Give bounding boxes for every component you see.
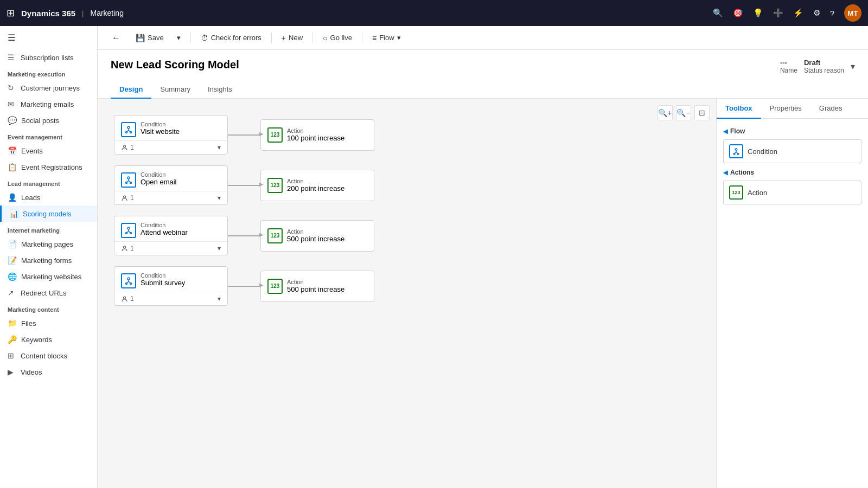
sidebar-item-files[interactable]: 📁 Files xyxy=(0,315,97,331)
sidebar-item-label: Marketing pages xyxy=(21,240,73,248)
sidebar-item-label: Marketing emails xyxy=(21,100,74,108)
condition-chevron-icon[interactable]: ▾ xyxy=(218,245,221,252)
sidebar-item-content-blocks[interactable]: ⊞ Content blocks xyxy=(0,348,97,364)
page-title: New Lead Scoring Model xyxy=(111,59,239,71)
connector xyxy=(228,185,260,186)
sidebar-item-marketing-forms[interactable]: 📝 Marketing forms xyxy=(0,252,97,268)
sidebar-item-scoring-models[interactable]: 📊 Scoring models xyxy=(0,206,97,222)
sidebar-item-label: Event Registrations xyxy=(21,163,82,171)
sidebar: ☰ ☰ Subscription lists Marketing executi… xyxy=(0,26,98,488)
flow-row: Condition Visit website 1 ▾ xyxy=(114,115,700,155)
sidebar-item-marketing-websites[interactable]: 🌐 Marketing websites xyxy=(0,268,97,285)
condition-card-header: Condition Submit survey xyxy=(114,267,227,292)
new-button[interactable]: + New xyxy=(276,31,308,45)
condition-card-open-email[interactable]: Condition Open email 1 ▾ xyxy=(114,165,228,205)
zoom-out-button[interactable]: 🔍− xyxy=(676,105,691,120)
sidebar-item-event-registrations[interactable]: 📋 Event Registrations xyxy=(0,159,97,175)
tab-properties[interactable]: Properties xyxy=(761,99,810,119)
apps-icon[interactable]: ⊞ xyxy=(7,7,15,19)
action-type-label: Action xyxy=(287,228,344,235)
action-icon: 123 xyxy=(267,178,283,193)
event-registrations-icon: 📋 xyxy=(8,163,17,171)
condition-text: Condition Attend webinar xyxy=(141,222,188,236)
toolbox-item-action[interactable]: 123 Action xyxy=(723,181,861,204)
condition-chevron-icon[interactable]: ▾ xyxy=(218,144,221,151)
tab-insights[interactable]: Insights xyxy=(199,81,241,99)
sidebar-section-event-management: Event management xyxy=(0,129,97,143)
fit-button[interactable]: ⊡ xyxy=(694,105,710,120)
zoom-in-button[interactable]: 🔍+ xyxy=(658,105,673,120)
canvas[interactable]: 🔍+ 🔍− ⊡ xyxy=(98,99,716,488)
tab-grades[interactable]: Grades xyxy=(810,99,851,119)
sidebar-item-customer-journeys[interactable]: ↻ Customer journeys xyxy=(0,80,97,96)
sidebar-item-videos[interactable]: ▶ Videos xyxy=(0,364,97,380)
save-dropdown-button[interactable]: ▾ xyxy=(171,31,186,44)
avatar[interactable]: MT xyxy=(844,4,861,22)
sidebar-item-label: Social posts xyxy=(21,117,59,125)
target-icon[interactable]: 🎯 xyxy=(733,8,743,18)
flow-button[interactable]: ≡ Flow ▾ xyxy=(367,31,406,45)
marketing-pages-icon: 📄 xyxy=(8,240,17,248)
action-card-200-points[interactable]: 123 Action 200 point increase xyxy=(260,170,374,201)
back-button[interactable]: ← xyxy=(106,30,128,46)
save-button[interactable]: 💾 Save xyxy=(130,31,169,45)
condition-card-header: Condition Attend webinar xyxy=(114,216,227,241)
action-text: Action 500 point increase xyxy=(287,279,344,293)
action-card-500-points-webinar[interactable]: 123 Action 500 point increase xyxy=(260,220,374,252)
sidebar-item-redirect-urls[interactable]: ↗ Redirect URLs xyxy=(0,285,97,301)
action-icon: 123 xyxy=(267,127,283,143)
flow-section-label: Flow xyxy=(730,127,745,135)
tab-summary[interactable]: Summary xyxy=(151,81,199,99)
search-icon[interactable]: 🔍 xyxy=(713,8,723,18)
tab-design[interactable]: Design xyxy=(111,81,151,99)
sidebar-item-social-posts[interactable]: 💬 Social posts xyxy=(0,112,97,129)
condition-card-visit-website[interactable]: Condition Visit website 1 ▾ xyxy=(114,115,228,155)
sidebar-item-marketing-emails[interactable]: ✉ Marketing emails xyxy=(0,96,97,112)
condition-type-label: Condition xyxy=(141,171,176,178)
condition-count-value: 1 xyxy=(130,245,134,252)
sidebar-item-keywords[interactable]: 🔑 Keywords xyxy=(0,331,97,348)
status-expand-icon[interactable]: ▾ xyxy=(851,61,855,72)
sidebar-item-marketing-pages[interactable]: 📄 Marketing pages xyxy=(0,236,97,252)
hamburger-icon[interactable]: ☰ xyxy=(0,26,97,49)
sidebar-item-subscription-lists[interactable]: ☰ Subscription lists xyxy=(0,49,97,66)
add-icon[interactable]: ➕ xyxy=(773,8,783,18)
condition-chevron-icon[interactable]: ▾ xyxy=(218,194,221,202)
status-reason-label: Status reason xyxy=(804,67,844,74)
check-errors-button[interactable]: ⏱ Check for errors xyxy=(195,31,267,45)
sidebar-item-leads[interactable]: 👤 Leads xyxy=(0,189,97,206)
condition-count-value: 1 xyxy=(130,194,134,202)
toolbox-item-condition[interactable]: Condition xyxy=(723,139,861,163)
help-icon[interactable]: ? xyxy=(830,9,834,18)
golive-button[interactable]: ○ Go live xyxy=(317,31,358,45)
flow-dropdown-icon: ▾ xyxy=(397,34,401,42)
sidebar-item-label: Events xyxy=(21,147,43,155)
condition-chevron-icon[interactable]: ▾ xyxy=(218,295,221,303)
redirect-urls-icon: ↗ xyxy=(8,288,16,297)
svg-point-7 xyxy=(127,177,130,179)
action-icon: 123 xyxy=(267,228,283,243)
lightbulb-icon[interactable]: 💡 xyxy=(753,8,763,18)
canvas-container: 🔍+ 🔍− ⊡ xyxy=(98,99,868,488)
action-icon: 123 xyxy=(267,279,283,294)
filter-icon[interactable]: ⚡ xyxy=(793,8,803,18)
save-label: Save xyxy=(148,34,164,42)
sidebar-item-label: Redirect URLs xyxy=(21,289,67,297)
toolbar-divider xyxy=(190,33,191,43)
action-card-500-points-survey[interactable]: 123 Action 500 point increase xyxy=(260,271,374,302)
toolbar: ← 💾 Save ▾ ⏱ Check for errors + New ○ xyxy=(98,26,868,50)
settings-icon[interactable]: ⚙ xyxy=(813,8,820,18)
sidebar-section-marketing-execution: Marketing execution xyxy=(0,66,97,80)
condition-card-attend-webinar[interactable]: Condition Attend webinar 1 ▾ xyxy=(114,216,228,255)
tab-toolbox[interactable]: Toolbox xyxy=(717,99,761,119)
condition-card-footer: 1 ▾ xyxy=(114,191,227,204)
condition-type-label: Condition xyxy=(141,222,188,228)
new-icon: + xyxy=(282,34,286,42)
condition-card-submit-survey[interactable]: Condition Submit survey 1 ▾ xyxy=(114,266,228,306)
sidebar-item-label: Marketing forms xyxy=(21,256,72,265)
page-title-row: New Lead Scoring Model --- Name Draft St… xyxy=(111,59,855,74)
action-card-100-points[interactable]: 123 Action 100 point increase xyxy=(260,119,374,151)
condition-icon xyxy=(121,273,136,288)
condition-name-label: Attend webinar xyxy=(141,228,188,236)
sidebar-item-events[interactable]: 📅 Events xyxy=(0,143,97,159)
